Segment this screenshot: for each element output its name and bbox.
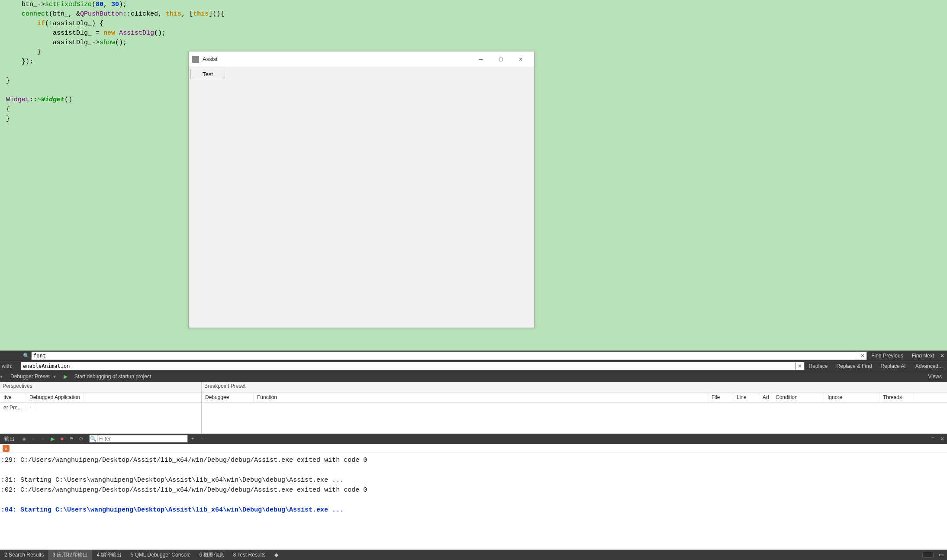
advanced-button[interactable]: Advanced... xyxy=(911,361,947,371)
expand-icon[interactable]: ⌃ xyxy=(928,434,937,444)
bottom-tab[interactable]: 6 概要信息 xyxy=(195,550,229,560)
zoom-in-icon[interactable]: + xyxy=(188,434,197,444)
replace-label: with: xyxy=(0,363,21,369)
col-threads[interactable]: Threads xyxy=(879,393,914,402)
filter-icon: 🔍 xyxy=(89,435,97,443)
stop-icon[interactable]: ■ xyxy=(57,434,67,444)
search-icon: 🔍 xyxy=(23,352,29,359)
prev-icon[interactable]: ‹ xyxy=(29,434,38,444)
col-ad[interactable]: Ad xyxy=(759,393,772,402)
window-title: Assist xyxy=(203,56,471,62)
start-debug-label[interactable]: Start debugging of startup project xyxy=(71,371,155,382)
views-button[interactable]: Views xyxy=(923,373,947,380)
output-console[interactable]: :29: C:/Users/wanghuipeng/Desktop/Assist… xyxy=(0,453,947,550)
perspectives-panel: Perspectives tive Debugged Application e… xyxy=(0,382,947,434)
clear-replace-icon[interactable]: ✕ xyxy=(796,362,805,370)
gear-icon[interactable]: ⚙ xyxy=(76,434,86,444)
bottom-tab[interactable]: 5 QML Debugger Console xyxy=(126,550,195,560)
maximize-button[interactable]: ▢ xyxy=(491,51,511,67)
bottom-tab[interactable]: 2 Search Results xyxy=(0,550,48,560)
bottom-tab[interactable]: 8 Test Results xyxy=(229,550,270,560)
perspectives-left: Perspectives tive Debugged Application e… xyxy=(0,382,202,434)
replace-all-button[interactable]: Replace All xyxy=(876,361,911,371)
dropdown-icon[interactable]: ▾ xyxy=(0,373,7,380)
search-input[interactable] xyxy=(31,351,858,360)
debug-toolbar: ▾ Debugger Preset ▾ ▶ Start debugging of… xyxy=(0,371,947,382)
test-button[interactable]: Test xyxy=(190,69,225,79)
close-output-icon[interactable]: ✕ xyxy=(937,434,947,444)
find-previous-button[interactable]: Find Previous xyxy=(867,351,907,361)
close-button[interactable]: ✕ xyxy=(511,51,531,67)
row-cell: - xyxy=(26,403,35,413)
window-titlebar[interactable]: Assist — ▢ ✕ xyxy=(189,51,534,67)
close-tab-icon[interactable]: ✕ xyxy=(3,445,10,452)
search-label xyxy=(0,353,21,359)
col-active[interactable]: tive xyxy=(0,393,26,402)
assist-window: Assist — ▢ ✕ Test xyxy=(188,51,535,328)
bottom-tab-bar: 2 Search Results3 应用程序输出4 编译输出5 QML Debu… xyxy=(0,550,947,560)
output-label: 输出 xyxy=(0,435,19,443)
perspectives-row[interactable]: er Pre... - xyxy=(0,403,201,413)
dropdown-icon[interactable]: ▾ xyxy=(53,373,60,380)
attach-icon[interactable]: ◈ xyxy=(19,434,29,444)
breakpoint-panel: Breakpoint Preset DebuggeeFunctionFileLi… xyxy=(202,382,947,434)
find-replace-bar: 🔍 ✕ Find Previous Find Next ✕ with: ✕ Re… xyxy=(0,351,947,371)
perspectives-columns: tive Debugged Application xyxy=(0,393,201,403)
find-next-button[interactable]: Find Next xyxy=(908,351,938,361)
next-icon[interactable]: › xyxy=(38,434,48,444)
bottom-tab[interactable]: 3 应用程序输出 xyxy=(48,550,92,560)
replace-input[interactable] xyxy=(21,362,796,370)
sidebar-toggle-icon[interactable]: ▭ xyxy=(939,552,944,558)
zoom-out-icon[interactable]: − xyxy=(197,434,207,444)
run-icon[interactable]: ▶ xyxy=(60,371,71,382)
flag-icon[interactable]: ⚑ xyxy=(67,434,76,444)
col-condition[interactable]: Condition xyxy=(772,393,824,402)
breakpoint-columns: DebuggeeFunctionFileLineAdConditionIgnor… xyxy=(202,393,947,403)
run-icon[interactable]: ▶ xyxy=(48,434,57,444)
col-file[interactable]: File xyxy=(708,393,733,402)
breakpoint-header: Breakpoint Preset xyxy=(202,382,947,393)
replace-button[interactable]: Replace xyxy=(805,361,832,371)
output-filter-input[interactable] xyxy=(97,435,188,443)
col-ignore[interactable]: Ignore xyxy=(824,393,879,402)
debugger-preset[interactable]: Debugger Preset xyxy=(7,371,53,382)
status-indicator xyxy=(922,552,934,558)
replace-find-button[interactable]: Replace & Find xyxy=(832,361,876,371)
minimize-button[interactable]: — xyxy=(471,51,491,67)
window-body: Test xyxy=(189,67,534,81)
row-cell: er Pre... xyxy=(0,403,26,413)
output-tab-row: ✕ xyxy=(0,444,947,453)
col-debuggee[interactable]: Debuggee xyxy=(202,393,254,402)
close-find-icon[interactable]: ✕ xyxy=(938,353,947,359)
bottom-tab[interactable]: 4 编译输出 xyxy=(92,550,126,560)
tab-selector-icon[interactable]: ◆ xyxy=(270,550,283,560)
col-line[interactable]: Line xyxy=(733,393,759,402)
output-toolbar: 输出 ◈ ‹ › ▶ ■ ⚑ ⚙ 🔍 + − ⌃ ✕ xyxy=(0,434,947,444)
app-icon xyxy=(192,56,199,63)
perspectives-header: Perspectives xyxy=(0,382,201,393)
col-debugged-app[interactable]: Debugged Application xyxy=(26,393,84,402)
clear-search-icon[interactable]: ✕ xyxy=(858,351,867,360)
col-function[interactable]: Function xyxy=(254,393,708,402)
